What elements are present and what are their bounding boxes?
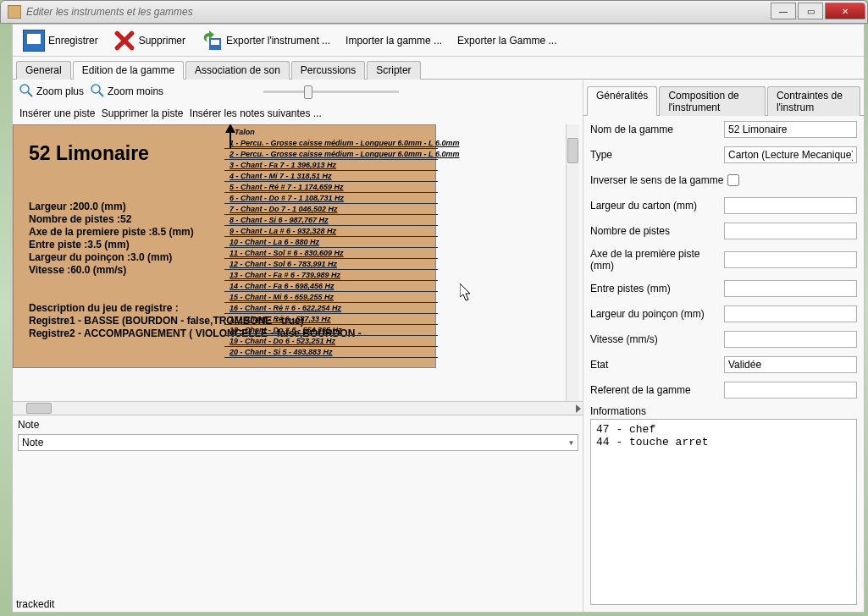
track-row[interactable]: 19 - Chant - Do 6 - 523,251 Hz: [224, 336, 438, 347]
tab-generalites[interactable]: Généralités: [587, 86, 657, 116]
minimize-button[interactable]: ―: [771, 3, 796, 19]
label-entre: Entre pistes (mm): [590, 283, 724, 294]
note-select[interactable]: Note: [18, 434, 578, 451]
insert-notes-button[interactable]: Insérer les notes suivantes ...: [190, 107, 322, 119]
vscroll-thumb[interactable]: [567, 138, 578, 163]
track-row[interactable]: 14 - Chant - Fa 6 - 698,456 Hz: [224, 281, 438, 292]
track-row[interactable]: 9 - Chant - La # 6 - 932,328 Hz: [224, 226, 438, 237]
input-referent[interactable]: [724, 382, 857, 399]
track-row[interactable]: 5 - Chant - Ré # 7 - 1 174,659 Hz: [224, 182, 438, 193]
track-row[interactable]: 3 - Chant - Fa 7 - 1 396,913 Hz: [224, 160, 438, 171]
import-gamme-button[interactable]: Importer la gamme ...: [340, 33, 447, 48]
export-gamme-button[interactable]: Exporter la Gamme ...: [452, 33, 561, 48]
track-row[interactable]: 12 - Chant - Sol 6 - 783,991 Hz: [224, 259, 438, 270]
svg-line-3: [28, 92, 32, 96]
svg-rect-1: [211, 40, 219, 45]
delete-track-button[interactable]: Supprimer la piste: [102, 107, 184, 119]
export-gamme-label: Exporter la Gamme ...: [457, 35, 556, 47]
track-row[interactable]: 7 - Chant - Do 7 - 1 046,502 Hz: [224, 204, 438, 215]
import-gamme-label: Importer la gamme ...: [346, 35, 442, 47]
tab-contraintes[interactable]: Contraintes de l'instrum: [767, 86, 860, 116]
right-pane: Généralités Composition de l'instrument …: [583, 80, 864, 612]
label-axe: Axe de la première piste (mm): [590, 248, 724, 272]
zoom-moins-button[interactable]: Zoom moins: [91, 84, 163, 100]
input-nb-pistes[interactable]: [724, 223, 857, 239]
label-informations: Informations: [583, 404, 864, 419]
right-tabs: Généralités Composition de l'instrument …: [583, 80, 864, 116]
label-nom: Nom de la gamme: [590, 124, 724, 135]
export-icon: [201, 30, 223, 52]
left-pane: Zoom plus Zoom moins Insérer une piste S…: [13, 80, 583, 612]
label-etat: Etat: [590, 359, 724, 371]
save-label: Enregistrer: [48, 35, 98, 47]
main-tabs: General Edition de la gamme Association …: [13, 57, 864, 80]
input-nom[interactable]: [724, 121, 857, 138]
delete-label: Supprimer: [139, 35, 185, 47]
tab-percussions[interactable]: Percussions: [291, 61, 365, 80]
track-row[interactable]: 15 - Chant - Mi 6 - 659,255 Hz: [224, 292, 438, 303]
titlebar: Editer les instruments et les gammes ― ▭…: [0, 0, 868, 24]
zoom-moins-label: Zoom moins: [108, 85, 163, 97]
zoom-slider[interactable]: [263, 91, 399, 93]
form-grid: Nom de la gamme Type Inverser le sens de…: [583, 116, 864, 404]
main-area: Zoom plus Zoom moins Insérer une piste S…: [13, 80, 864, 612]
input-axe[interactable]: [724, 251, 857, 268]
horizontal-scrollbar[interactable]: [13, 401, 583, 415]
delete-button[interactable]: Supprimer: [108, 28, 191, 53]
zoom-slider-thumb[interactable]: [304, 85, 312, 99]
magnifier-minus-icon: [91, 84, 104, 100]
zoom-bar: Zoom plus Zoom moins: [13, 80, 583, 102]
track-row[interactable]: 18 - Chant - Do # 6 - 554,365 Hz: [224, 325, 438, 336]
note-body: [14, 453, 581, 610]
save-button[interactable]: Enregistrer: [18, 28, 103, 53]
svg-point-2: [20, 85, 29, 93]
gamme-canvas[interactable]: 52 Limonaire Largeur :200.0 (mm)Nombre d…: [13, 124, 550, 368]
track-row[interactable]: 11 - Chant - Sol # 6 - 830,609 Hz: [224, 248, 438, 259]
close-button[interactable]: ✕: [825, 3, 865, 19]
input-etat[interactable]: [724, 356, 857, 373]
export-instrument-button[interactable]: Exporter l'instrument ...: [196, 28, 335, 53]
checkbox-inverser[interactable]: [727, 174, 739, 186]
track-row[interactable]: 6 - Chant - Do # 7 - 1 108,731 Hz: [224, 193, 438, 204]
tracklist: Talon 1 - Percu. - Grosse caisse médium …: [224, 124, 438, 358]
tab-edition[interactable]: Edition de la gamme: [73, 61, 184, 80]
hscroll-thumb[interactable]: [26, 403, 52, 414]
tab-scripter[interactable]: Scripter: [367, 61, 420, 80]
insert-track-button[interactable]: Insérer une piste: [19, 107, 95, 119]
label-referent: Referent de la gamme: [590, 384, 724, 396]
tab-general[interactable]: General: [16, 61, 71, 80]
track-row[interactable]: 20 - Chant - Si 5 - 493,883 Hz: [224, 347, 438, 358]
track-row[interactable]: 2 - Percu. - Grosse caisse médium - Long…: [224, 149, 438, 160]
label-inverser: Inverser le sens de la gamme: [590, 174, 724, 186]
track-row[interactable]: 13 - Chant - Fa # 6 - 739,989 Hz: [224, 270, 438, 281]
label-largeur-carton: Largeur du carton (mm): [590, 200, 724, 212]
track-row[interactable]: 4 - Chant - Mi 7 - 1 318,51 Hz: [224, 171, 438, 182]
svg-point-4: [91, 85, 100, 93]
informations-textarea[interactable]: 47 - chef 44 - touche arret: [590, 419, 857, 605]
save-icon: [23, 30, 45, 52]
input-largeur-poincon[interactable]: [724, 305, 857, 322]
label-largeur-poincon: Largeur du poinçon (mm): [590, 308, 724, 320]
input-vitesse[interactable]: [724, 331, 857, 348]
zoom-plus-button[interactable]: Zoom plus: [19, 84, 84, 100]
scroll-right-icon: [576, 404, 581, 413]
track-row[interactable]: 16 - Chant - Ré # 6 - 622,254 Hz: [224, 303, 438, 314]
input-largeur-carton[interactable]: [724, 197, 857, 214]
tab-composition[interactable]: Composition de l'instrument: [659, 86, 766, 116]
input-type[interactable]: [724, 146, 857, 163]
track-row[interactable]: 1 - Percu. - Grosse caisse médium - Long…: [224, 138, 438, 149]
talon-label: Talon: [235, 128, 438, 136]
track-row[interactable]: 8 - Chant - Si 6 - 987,767 Hz: [224, 215, 438, 226]
maximize-button[interactable]: ▭: [798, 3, 823, 19]
track-row[interactable]: 17 - Chant - Ré 6 - 587,33 Hz: [224, 314, 438, 325]
label-vitesse: Vitesse (mm/s): [590, 333, 724, 345]
app-window: Enregistrer Supprimer Exporter l'instrum…: [12, 24, 865, 613]
input-entre[interactable]: [724, 280, 857, 297]
delete-icon: [113, 30, 135, 52]
label-nb-pistes: Nombre de pistes: [590, 225, 724, 237]
titlebar-text: Editer les instruments et les gammes: [26, 6, 193, 18]
vertical-scrollbar[interactable]: [566, 124, 579, 401]
tab-association[interactable]: Association de son: [185, 61, 290, 80]
label-type: Type: [590, 149, 724, 161]
track-row[interactable]: 10 - Chant - La 6 - 880 Hz: [224, 237, 438, 248]
